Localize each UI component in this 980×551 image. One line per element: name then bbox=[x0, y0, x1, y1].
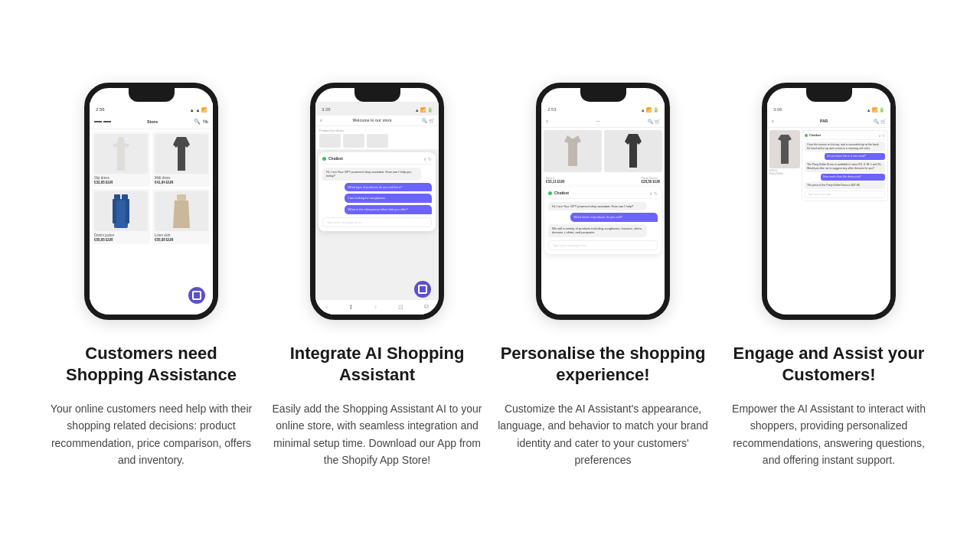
phone-notch-3 bbox=[580, 88, 626, 102]
chat-title-2: Chatbot bbox=[328, 156, 343, 161]
nav-back-2[interactable]: ‹ bbox=[325, 304, 328, 311]
phone-screen-4: 3:06 ▲ 📶 🔋 ≡ PAR 🔍 🛒 bbox=[767, 102, 890, 315]
card-title-2: Integrate AI Shopping Assistant bbox=[272, 343, 482, 386]
phone-notch-1 bbox=[129, 88, 175, 102]
chat-input-3[interactable]: Type your message here bbox=[548, 240, 658, 250]
fab-button-1[interactable] bbox=[188, 287, 205, 304]
phone-mockup-4: 3:06 ▲ 📶 🔋 ≡ PAR 🔍 🛒 bbox=[762, 83, 896, 320]
jacket-icon-1 bbox=[113, 194, 129, 228]
card-title-3: Personalise the shopping experience! bbox=[498, 343, 708, 386]
status-time-2: 3:28 bbox=[322, 107, 331, 112]
svg-rect-1 bbox=[113, 199, 116, 223]
nav-tabs-2[interactable]: ⧉ bbox=[424, 303, 429, 311]
chat-window-2: Chatbot ∨ ↻ Hi, I am Your GPT powered sh… bbox=[318, 152, 436, 231]
bot-msg-3-1: Hi, I am Your GPT powered shop assistant… bbox=[548, 202, 647, 211]
hoodie-icon bbox=[564, 135, 581, 166]
chat-input-2[interactable]: Type your message here... bbox=[322, 217, 432, 227]
product-icon-4 bbox=[778, 135, 792, 164]
status-icons-4: ▲ 📶 🔋 bbox=[867, 107, 884, 112]
card-personalise: 2:53 ▲ 📶 🔋 ≡ — 🔍 🛒 bbox=[498, 83, 708, 469]
nav-home-2[interactable]: ⊡ bbox=[398, 304, 403, 311]
phone-mockup-2: 3:28 ▲ 📶 🔋 ≡ Welcome to our store 🔍 🛒 Fe… bbox=[310, 83, 444, 320]
page-container: 2:56 ▲ ▲ 📶 Store 🔍 🛍 bbox=[0, 52, 980, 500]
status-time-1: 2:56 bbox=[96, 107, 105, 112]
bot-msg-3-2: We sell a variety of products including … bbox=[548, 224, 647, 237]
bot-status-dot-3 bbox=[548, 191, 552, 195]
card-desc-3: Customize the AI Assistant's appearance,… bbox=[498, 400, 708, 469]
status-time-3: 2:53 bbox=[547, 107, 557, 112]
card-desc-4: Empower the AI Assistant to interact wit… bbox=[724, 400, 934, 469]
chat-window-3: Chatbot ∨ ↻ Hi, I am Your GPT powered sh… bbox=[544, 187, 662, 254]
status-icons-2: ▲ 📶 🔋 bbox=[415, 107, 433, 112]
fab-button-2[interactable] bbox=[414, 281, 431, 298]
card-title-4: Engage and Assist your Customers! bbox=[724, 343, 934, 386]
phone-mockup-3: 2:53 ▲ 📶 🔋 ≡ — 🔍 🛒 bbox=[536, 83, 670, 320]
card-desc-2: Easily add the Shopping Assistant AI to … bbox=[272, 400, 482, 469]
user-msg-3-1: What kinds of products do you sell? bbox=[570, 213, 658, 222]
dress-icon-1 bbox=[113, 137, 129, 171]
dress-icon-2 bbox=[173, 137, 190, 171]
status-icons-1: ▲ ▲ 📶 bbox=[190, 107, 207, 112]
phone-notch-4 bbox=[806, 88, 852, 102]
svg-rect-3 bbox=[114, 194, 120, 201]
status-time-4: 3:06 bbox=[773, 107, 782, 112]
card-desc-1: Your online customers need help with the… bbox=[46, 400, 256, 469]
features-row: 2:56 ▲ ▲ 📶 Store 🔍 🛍 bbox=[46, 83, 934, 469]
card-integrate: 3:28 ▲ 📶 🔋 ≡ Welcome to our store 🔍 🛒 Fe… bbox=[272, 83, 482, 469]
card-engage: 3:06 ▲ 📶 🔋 ≡ PAR 🔍 🛒 bbox=[724, 83, 934, 469]
chat-actions-2: ∨ ↻ bbox=[423, 156, 432, 161]
nav-fwd-2[interactable]: ⬆ bbox=[348, 304, 354, 311]
user-msg-2-3: What is the cheapest product that you of… bbox=[345, 205, 432, 214]
user-msg-2-1: What type of products do you sell here? bbox=[345, 183, 432, 192]
bot-status-dot-2 bbox=[322, 157, 326, 161]
svg-rect-5 bbox=[177, 194, 186, 201]
card-title-1: Customers need Shopping Assistance bbox=[46, 343, 256, 386]
svg-rect-2 bbox=[126, 199, 129, 223]
phone-screen-1: 2:56 ▲ ▲ 📶 Store 🔍 🛍 bbox=[90, 102, 213, 315]
chat-actions-3: ∨ ↻ bbox=[649, 191, 658, 196]
dress-icon-3 bbox=[625, 134, 642, 168]
skirt-icon-1 bbox=[173, 194, 190, 228]
phone-notch-2 bbox=[354, 88, 400, 102]
phone-screen-3: 2:53 ▲ 📶 🔋 ≡ — 🔍 🛒 bbox=[541, 102, 665, 315]
phone-screen-2: 3:28 ▲ 📶 🔋 ≡ Welcome to our store 🔍 🛒 Fe… bbox=[315, 102, 439, 315]
svg-rect-4 bbox=[122, 194, 128, 201]
chat-title-3: Chatbot bbox=[554, 191, 569, 195]
fab-icon-1 bbox=[192, 291, 201, 300]
card-shopping-assistance: 2:56 ▲ ▲ 📶 Store 🔍 🛍 bbox=[46, 83, 256, 469]
bot-msg-2-1: Hi, I am Your GPT powered shop assistant… bbox=[322, 168, 421, 181]
nav-share-2[interactable]: ↑ bbox=[374, 304, 377, 311]
user-msg-2-2: I am looking for sunglasses bbox=[345, 194, 432, 203]
phone-mockup-1: 2:56 ▲ ▲ 📶 Store 🔍 🛍 bbox=[84, 83, 218, 320]
status-icons-3: ▲ 📶 🔋 bbox=[641, 107, 658, 112]
fab-icon-2 bbox=[418, 285, 427, 294]
